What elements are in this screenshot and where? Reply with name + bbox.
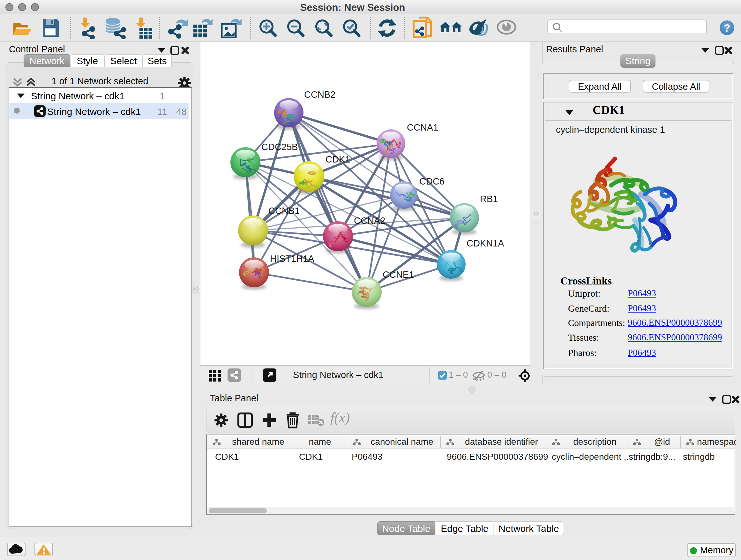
svg-text:CCNB2: CCNB2	[304, 89, 335, 100]
svg-text:CDKN1A: CDKN1A	[467, 238, 504, 248]
svg-text:CCNB1: CCNB1	[268, 206, 300, 216]
svg-text:CDC6: CDC6	[419, 176, 445, 186]
svg-text:RB1: RB1	[480, 194, 498, 204]
svg-text:CDC25B: CDC25B	[261, 142, 298, 152]
svg-text:CCNA1: CCNA1	[407, 122, 438, 132]
svg-text:CCNA2: CCNA2	[354, 215, 385, 226]
svg-text:CCNE1: CCNE1	[383, 269, 414, 280]
svg-text:HIST1H1A: HIST1H1A	[270, 253, 314, 264]
svg-text:CDK1: CDK1	[326, 154, 350, 165]
